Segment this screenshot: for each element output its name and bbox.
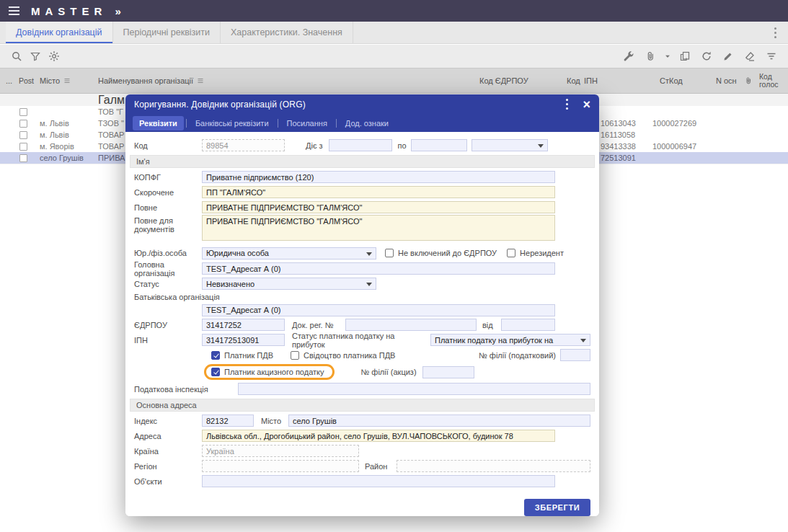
ipn-input[interactable]: 314172513091 xyxy=(202,334,285,346)
section-name: Ім'я xyxy=(130,155,595,168)
head-org-label: Головна організація xyxy=(134,260,202,278)
doc-reg-input[interactable] xyxy=(345,319,477,331)
valid-to-label: по xyxy=(398,141,407,150)
short-name-label: Скорочене xyxy=(134,188,202,197)
save-button[interactable]: ЗБЕРЕГТИ xyxy=(524,499,590,516)
nonresident-checkbox[interactable]: Нерезидент xyxy=(507,249,564,257)
row-checkbox[interactable] xyxy=(19,120,27,128)
header-code[interactable]: Код xyxy=(567,68,580,93)
edrpou-input[interactable]: 31417252 xyxy=(202,319,285,331)
filter-funnel-icon[interactable] xyxy=(26,47,45,66)
edrpou-label: ЄДРПОУ xyxy=(134,321,202,329)
header-stkod[interactable]: СтКод xyxy=(660,68,683,93)
vat-cert-checkbox[interactable]: Свідоцтво платника ПДВ xyxy=(291,351,395,360)
sort-icon xyxy=(63,77,71,84)
valid-to-input[interactable] xyxy=(411,139,467,151)
excise-payer-checkbox[interactable]: Платник акцизного податку xyxy=(211,368,324,376)
header-city[interactable]: Місто xyxy=(40,68,71,93)
branch-tax-label: № філії (податковий) xyxy=(479,351,556,360)
checkbox-icon xyxy=(291,351,299,360)
short-name-input[interactable]: ПП "ГАЛМ'ЯСО" xyxy=(202,186,555,198)
header-org-name[interactable]: Найменування організації xyxy=(98,68,204,93)
row-checkbox[interactable] xyxy=(19,154,27,162)
dialog-tab-requisites[interactable]: Реквізити xyxy=(133,116,184,130)
close-icon[interactable]: × xyxy=(583,98,590,111)
header-ipn[interactable]: ІПН xyxy=(584,68,598,93)
filter-list-icon[interactable] xyxy=(762,47,781,66)
kopfg-label: КОПФГ xyxy=(134,173,202,182)
row-checkbox[interactable] xyxy=(19,108,27,116)
edit-pencil-icon[interactable] xyxy=(719,47,738,66)
app-logo: MASTER » xyxy=(31,5,126,17)
tab-org-directory[interactable]: Довідник організацій xyxy=(6,22,113,43)
tab-periodic-requisites[interactable]: Періодичні реквізити xyxy=(113,22,221,43)
dialog-more-icon[interactable] xyxy=(565,97,570,112)
branch-excise-input[interactable] xyxy=(422,366,474,378)
city-input[interactable]: село Грушів xyxy=(288,414,590,427)
header-head-code[interactable]: Код голос xyxy=(759,68,788,93)
attachment-dropdown-caret[interactable] xyxy=(663,47,673,66)
doc-reg-date-input[interactable] xyxy=(501,319,555,331)
head-org-input[interactable]: TEST_Адресат А (0) xyxy=(202,262,555,275)
zip-label: Індекс xyxy=(134,417,202,425)
not-in-edrpou-checkbox[interactable]: Не включений до ЄДРПОУ xyxy=(385,249,497,257)
dialog-tab-extra-attrs[interactable]: Дод. ознаки xyxy=(339,116,395,130)
attachment-icon[interactable] xyxy=(641,47,660,66)
entity-type-select[interactable]: Юридична особа xyxy=(202,247,376,260)
doc-reg-label: Док. рег. № xyxy=(292,321,342,329)
address-input[interactable]: Львівська обл., Дрогобицький район, село… xyxy=(202,430,555,442)
settings-gear-icon[interactable] xyxy=(45,47,63,66)
dialog-header: Коригування. Довідник організацій (ORG) … xyxy=(125,94,599,114)
kopfg-input[interactable]: Приватне підприємство (120) xyxy=(202,171,555,183)
address-label: Адреса xyxy=(134,432,202,440)
status-select[interactable]: Невизначено xyxy=(202,278,376,290)
wrench-icon[interactable] xyxy=(619,47,638,66)
checkbox-icon xyxy=(211,351,220,360)
valid-from-input[interactable] xyxy=(329,139,392,151)
tab-characteristics[interactable]: Характеристики. Значення xyxy=(221,22,353,43)
header-attachment-icon[interactable] xyxy=(744,68,753,93)
dialog-tab-bar: Реквізити Банківські реквізити Посилання… xyxy=(125,114,599,132)
branch-excise-label: № філії (акциз) xyxy=(360,368,416,376)
checkbox-icon xyxy=(211,368,220,376)
header-edrpou[interactable]: Код ЄДРПОУ xyxy=(479,68,528,93)
city-label: Місто xyxy=(261,417,285,425)
period-select[interactable] xyxy=(472,139,548,151)
tax-office-input[interactable] xyxy=(238,383,590,395)
edit-org-dialog: Коригування. Довідник організацій (ORG) … xyxy=(125,94,599,516)
dialog-tab-links[interactable]: Посилання xyxy=(280,116,334,130)
zoom-icon[interactable] xyxy=(7,47,26,66)
checkbox-icon xyxy=(385,249,394,257)
eraser-icon[interactable] xyxy=(740,47,759,66)
dialog-body: Код 89854 Діє з по Ім'я КОПФГ Приватне п… xyxy=(125,132,599,516)
profit-status-select[interactable]: Платник податку на прибуток на xyxy=(430,334,590,346)
refresh-icon[interactable] xyxy=(697,47,716,66)
more-vertical-icon[interactable] xyxy=(773,25,778,40)
full-doc-name-textarea[interactable]: ПРИВАТНЕ ПІДПРИЄМСТВО "ГАЛМ'ЯСО" xyxy=(202,215,555,241)
copy-document-icon[interactable] xyxy=(676,47,694,66)
row-checkbox[interactable] xyxy=(19,143,27,151)
header-post[interactable]: Post xyxy=(19,68,34,93)
zip-input[interactable]: 82132 xyxy=(202,414,254,427)
region-input xyxy=(202,460,359,472)
branch-tax-input[interactable] xyxy=(560,349,590,361)
parent-org-input[interactable]: TEST_Адресат А (0) xyxy=(202,304,555,316)
sort-icon xyxy=(197,77,204,84)
header-overflow[interactable]: ... xyxy=(6,68,12,93)
row-checkbox[interactable] xyxy=(19,131,27,139)
header-n-osn[interactable]: N осн xyxy=(716,68,737,93)
objects-input[interactable] xyxy=(202,475,555,487)
full-name-input[interactable]: ПРИВАТНЕ ПІДПРИЄМСТВО "ГАЛМ'ЯСО" xyxy=(202,201,555,213)
menu-icon[interactable] xyxy=(9,6,19,15)
filter-org-name-input[interactable]: Галм xyxy=(98,94,125,106)
ipn-label: ІПН xyxy=(134,336,202,345)
vat-payer-checkbox[interactable]: Платник ПДВ xyxy=(211,351,273,360)
app-window: MASTER » Довідник організацій Періодичні… xyxy=(0,0,788,532)
full-doc-name-label: Повне для документів xyxy=(134,215,202,234)
code-input: 89854 xyxy=(202,139,285,151)
code-label: Код xyxy=(134,141,202,150)
status-label: Статус xyxy=(134,280,202,288)
dialog-tab-bank-requisites[interactable]: Банківські реквізити xyxy=(189,116,275,130)
valid-from-label: Діє з xyxy=(306,141,323,150)
annotation-highlight: Платник акцизного податку xyxy=(204,364,335,380)
